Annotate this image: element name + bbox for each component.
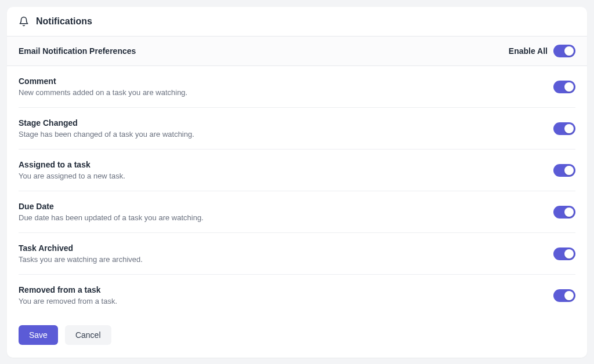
enable-all-group: Enable All [509, 45, 575, 57]
setting-row-removed: Removed from a task You are removed from… [19, 275, 575, 316]
setting-description: New comments added on a task you are wat… [19, 88, 187, 97]
setting-toggle-removed[interactable] [553, 289, 575, 302]
notifications-panel: Notifications Email Notification Prefere… [7, 7, 587, 358]
section-header: Email Notification Preferences Enable Al… [7, 37, 587, 66]
setting-title: Removed from a task [19, 285, 117, 294]
setting-description: You are assigned to a new task. [19, 172, 125, 180]
setting-toggle-comment[interactable] [553, 81, 575, 93]
setting-description: Due date has been updated of a task you … [19, 213, 204, 222]
setting-toggle-task-archived[interactable] [553, 247, 575, 260]
setting-row-stage-changed: Stage Changed Stage has been changed of … [19, 108, 575, 150]
enable-all-label: Enable All [509, 46, 548, 56]
actions-bar: Save Cancel [7, 316, 587, 358]
setting-title: Task Archived [19, 243, 143, 253]
setting-title: Stage Changed [19, 118, 194, 128]
settings-list: Comment New comments added on a task you… [7, 66, 587, 316]
enable-all-toggle[interactable] [553, 45, 575, 57]
setting-title: Assigned to a task [19, 160, 125, 169]
panel-title: Notifications [36, 16, 92, 27]
setting-toggle-stage-changed[interactable] [553, 122, 575, 135]
setting-description: You are removed from a task. [19, 297, 117, 305]
setting-row-comment: Comment New comments added on a task you… [19, 66, 575, 108]
setting-row-due-date: Due Date Due date has been updated of a … [19, 191, 575, 233]
panel-header: Notifications [7, 7, 587, 37]
setting-description: Stage has been changed of a task you are… [19, 130, 194, 139]
setting-row-assigned: Assigned to a task You are assigned to a… [19, 150, 575, 191]
setting-toggle-due-date[interactable] [553, 206, 575, 219]
section-title: Email Notification Preferences [19, 46, 136, 56]
setting-toggle-assigned[interactable] [553, 164, 575, 177]
setting-description: Tasks you are watching are archived. [19, 255, 143, 264]
bell-icon [19, 16, 29, 27]
cancel-button[interactable]: Cancel [65, 325, 111, 345]
save-button[interactable]: Save [19, 325, 58, 345]
setting-row-task-archived: Task Archived Tasks you are watching are… [19, 233, 575, 275]
setting-title: Due Date [19, 202, 204, 211]
setting-title: Comment [19, 77, 187, 86]
